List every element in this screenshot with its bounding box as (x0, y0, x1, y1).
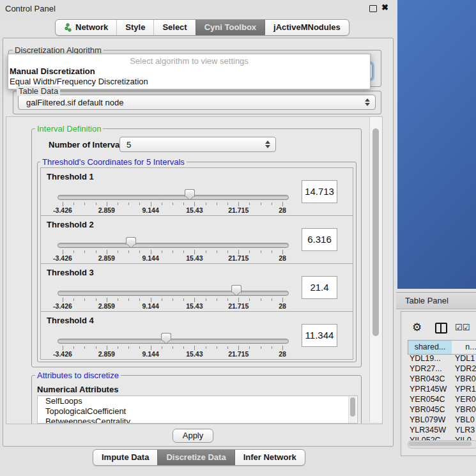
attributes-scrollbar[interactable] (348, 396, 357, 423)
combo-arrows-icon[interactable] (364, 98, 369, 107)
slider-tick (118, 250, 118, 253)
table-row[interactable]: YBR045CYBR0 (408, 405, 476, 415)
table-row[interactable]: YDL19...YDL1 (408, 354, 476, 364)
columns-icon[interactable] (435, 323, 447, 334)
slider-thumb[interactable] (126, 237, 136, 245)
numerical-attributes-list[interactable]: SelfLoopsTopologicalCoefficientBetweenne… (37, 395, 358, 424)
table-data-combobox[interactable]: galFiltered.sif default node (18, 95, 376, 110)
attribute-list-item[interactable]: SelfLoops (38, 396, 357, 406)
threshold-panel: Threshold 4-3.4262.8599.14415.4321.71528… (40, 311, 353, 360)
slider-tick (151, 298, 151, 302)
tab-discretize-data[interactable]: Discretize Data (157, 450, 234, 465)
slider-scale-label: 15.43 (186, 206, 203, 214)
slider-track[interactable] (58, 195, 289, 200)
network-window-frame: GAL80G.GAL11CGAL4GCY1HHAP2 (397, 0, 476, 289)
slider-scale-label: 28 (279, 302, 286, 310)
slider-tick (194, 346, 195, 350)
attributes-group-title: Attributes to discretize (35, 371, 121, 380)
dropdown-placeholder-item[interactable]: Select algorithm to view settings (8, 56, 370, 66)
table-horizontal-scrollbar[interactable] (408, 440, 476, 449)
slider-tick (249, 298, 250, 301)
number-of-intervals-spinner[interactable]: 5 (119, 137, 276, 152)
spinner-arrows-icon[interactable] (265, 140, 270, 149)
number-of-intervals-value: 5 (127, 140, 131, 150)
attribute-list-item[interactable]: TopologicalCoefficient (38, 406, 357, 417)
table-hscroll-thumb[interactable] (409, 441, 472, 446)
slider-thumb[interactable] (231, 285, 242, 293)
slider-tick (107, 346, 107, 350)
apply-button[interactable]: Apply (173, 429, 213, 443)
tab-cyni-toolbox[interactable]: Cyni Toolbox (196, 20, 265, 35)
cell-shared-name: YBR045C (410, 405, 445, 414)
table-row[interactable]: YER054CYER0 (408, 395, 476, 405)
slider-scale-label: 15.43 (186, 350, 203, 358)
slider-tick (173, 298, 173, 301)
column-header-name[interactable]: n... (452, 340, 476, 355)
column-header-shared[interactable]: shared... (408, 340, 452, 355)
network-icon (64, 23, 72, 32)
table-row[interactable]: YDR27...YDR2 (408, 364, 476, 374)
main-scrollbar[interactable] (369, 117, 382, 422)
slider-tick (162, 298, 162, 301)
slider-tick (128, 298, 129, 301)
slider-scale-label: -3.426 (53, 302, 72, 310)
slider-tick (128, 203, 129, 205)
table-row[interactable]: YLR345WYLR3 (408, 426, 476, 436)
slider-tick (73, 298, 74, 301)
slider-tick (249, 203, 250, 205)
slider-track[interactable] (58, 243, 289, 248)
tab-infer-network[interactable]: Infer Network (234, 450, 305, 465)
threshold-value-field[interactable]: 11.344 (302, 324, 337, 347)
tab-impute-data[interactable]: Impute Data (93, 450, 157, 465)
bottom-tab-bar: Impute DataDiscretize DataInfer Network (93, 449, 305, 466)
slider-tick (282, 250, 283, 254)
threshold-label: Threshold 3 (47, 268, 94, 277)
slider-tick (183, 298, 184, 301)
tab-jactivemnodules[interactable]: jActiveMNodules (265, 20, 349, 35)
table-panel-title: Table Panel (405, 296, 449, 305)
slider-tick (162, 250, 162, 253)
slider-thumb[interactable] (185, 189, 195, 197)
slider-tick (238, 202, 239, 206)
slider-tick (139, 298, 140, 301)
cell-shared-name: YER054C (410, 395, 445, 404)
slider-tick (162, 346, 162, 349)
table-data-group-title: Table Data (17, 86, 60, 96)
threshold-value-field[interactable]: 21.4 (302, 276, 337, 299)
slider-tick (173, 203, 173, 205)
checkbox-icons[interactable]: ☑☑ (455, 323, 470, 332)
float-window-icon[interactable] (369, 5, 377, 12)
slider-tick (272, 203, 272, 205)
gear-icon[interactable]: ⚙ (412, 321, 422, 334)
slider-tick (96, 203, 96, 205)
tab-style[interactable]: Style (116, 20, 153, 35)
table-panel-titlebar: Table Panel (396, 292, 476, 309)
cell-name: YBR0 (455, 405, 476, 414)
dropdown-item[interactable]: Equal Width/Frequency Discretization (8, 76, 370, 86)
table-row[interactable]: YBL079WYBL0 (408, 415, 476, 426)
table-row[interactable]: YPR145WYPR1 (408, 385, 476, 395)
tab-select[interactable]: Select (153, 20, 195, 35)
close-icon[interactable]: ✖ (381, 3, 388, 12)
table-row[interactable]: YBR043CYBR0 (408, 374, 476, 385)
tab-label: Select (162, 22, 187, 32)
slider-tick (194, 250, 195, 254)
slider-tick (84, 250, 85, 253)
attributes-scroll-thumb[interactable] (350, 397, 355, 417)
main-scroll-thumb[interactable] (372, 128, 379, 336)
slider-thumb[interactable] (161, 333, 171, 341)
slider-track[interactable] (58, 291, 289, 296)
slider-tick (84, 298, 85, 301)
tab-network[interactable]: Network (56, 20, 116, 35)
dropdown-item[interactable]: Manual Discretization (8, 66, 370, 76)
slider-tick (118, 298, 118, 301)
slider-tick (194, 202, 195, 206)
slider-track[interactable] (58, 339, 289, 344)
tab-label: Discretize Data (166, 452, 226, 462)
attribute-list-item[interactable]: BetweennessCentrality (38, 417, 357, 424)
threshold-value-field[interactable]: 14.713 (302, 180, 337, 203)
slider-tick (206, 346, 206, 349)
number-of-intervals-label: Number of Intervals (49, 140, 127, 150)
threshold-value-field[interactable]: 6.316 (302, 228, 337, 251)
cell-shared-name: YPR145W (410, 385, 447, 394)
